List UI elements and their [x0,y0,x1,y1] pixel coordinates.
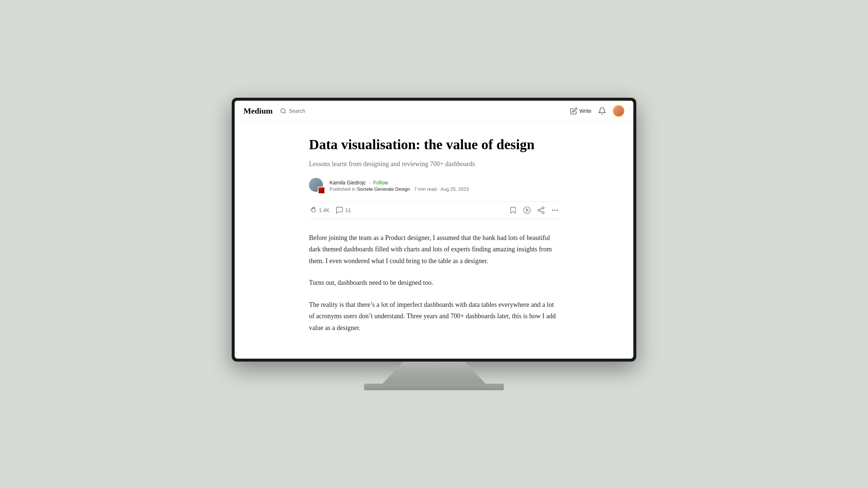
search-bar[interactable]: Search [280,108,570,114]
author-name-row: Kamila Giedrojc · Follow [330,180,469,186]
navbar-right: Write [570,105,625,117]
article-paragraph-2: Turns out, dashboards need to be designe… [309,277,559,289]
listen-icon[interactable] [523,206,531,214]
comment-button[interactable]: 11 [335,206,351,214]
clap-icon [309,206,317,214]
comment-count: 11 [345,207,351,213]
user-avatar[interactable] [613,105,625,117]
svg-point-4 [542,207,544,209]
action-left: 1.4K 11 [309,206,509,214]
svg-line-8 [540,208,542,210]
monitor-screen: Medium Search Write [232,98,636,362]
article-container: Data visualisation: the value of design … [309,122,559,359]
monitor-wrapper: Medium Search Write [232,98,636,390]
clap-count: 1.4K [319,207,330,213]
notifications-icon[interactable] [598,107,606,115]
svg-marker-3 [526,209,529,211]
svg-point-9 [552,210,553,211]
svg-point-2 [524,207,530,213]
author-meta: Published in Societe Generale Design · 7… [330,186,469,192]
author-name: Kamila Giedrojc [330,180,366,186]
action-bar: 1.4K 11 [309,201,559,219]
article-subtitle: Lessons learnt from designing and review… [309,159,559,169]
action-right [509,206,559,214]
svg-point-10 [555,210,555,211]
comment-icon [335,206,344,214]
share-icon[interactable] [537,206,545,214]
more-options-icon[interactable] [551,206,559,214]
publish-date: Aug 25, 2023 [440,186,469,192]
article-paragraph-3: The reality is that there’s a lot of imp… [309,299,559,334]
author-section: Kamila Giedrojc · Follow Published in So… [309,178,559,194]
write-label: Write [580,108,591,114]
author-separator: · [369,180,370,186]
svg-point-11 [557,210,558,211]
browser-window: Medium Search Write [235,101,633,359]
write-button[interactable]: Write [570,107,591,115]
author-avatar [309,178,325,194]
bookmark-icon[interactable] [509,206,517,214]
article-title: Data visualisation: the value of design [309,136,559,153]
follow-button[interactable]: Follow [373,180,388,186]
svg-point-5 [538,209,540,211]
svg-line-1 [285,112,286,113]
author-info: Kamila Giedrojc · Follow Published in So… [330,180,469,192]
article-body: Before joining the team as a Product des… [309,232,559,334]
author-avatar-badge [318,187,325,194]
medium-logo: Medium [243,106,273,116]
publication-link[interactable]: Societe Generale Design [357,186,410,192]
search-icon [280,108,287,114]
svg-point-0 [281,108,285,113]
published-in-label: Published in [330,186,356,192]
svg-point-6 [542,211,544,214]
search-placeholder: Search [289,108,305,114]
clap-button[interactable]: 1.4K [309,206,330,214]
write-icon [570,107,577,115]
read-time: 7 min read [414,186,437,192]
article-paragraph-1: Before joining the team as a Product des… [309,232,559,267]
navbar: Medium Search Write [235,101,633,122]
monitor-stand [383,362,485,384]
monitor-base [364,384,504,390]
svg-line-7 [540,211,542,212]
meta-separator-1: · [412,186,414,192]
